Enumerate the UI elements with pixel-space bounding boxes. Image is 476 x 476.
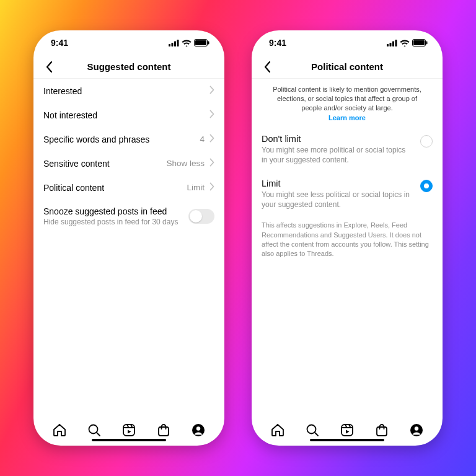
- chevron-left-icon: [45, 61, 53, 73]
- svg-rect-6: [208, 42, 209, 45]
- header: Political content: [252, 55, 443, 79]
- chevron-left-icon: [263, 61, 271, 73]
- footnote-text: This affects suggestions in Explore, Ree…: [252, 217, 443, 263]
- tab-reels[interactable]: [121, 422, 137, 438]
- search-icon: [305, 423, 320, 438]
- back-button[interactable]: [258, 58, 276, 76]
- wifi-icon: [182, 40, 192, 46]
- svg-rect-12: [387, 44, 389, 46]
- tab-profile[interactable]: [190, 422, 206, 438]
- battery-icon: [194, 39, 209, 46]
- row-value: 4: [200, 134, 205, 144]
- reels-icon: [340, 423, 355, 438]
- wifi-icon: [400, 40, 410, 46]
- page-title: Suggested content: [87, 61, 170, 72]
- option-dont-limit[interactable]: Don't limit You might see more political…: [252, 128, 443, 172]
- svg-point-11: [196, 426, 200, 430]
- tab-shop[interactable]: [374, 422, 390, 438]
- option-desc: You might see less political or social t…: [262, 190, 413, 209]
- tab-reels[interactable]: [339, 422, 355, 438]
- status-bar: 9:41: [33, 30, 224, 55]
- svg-rect-0: [169, 44, 170, 46]
- row-label: Interested: [43, 86, 82, 96]
- home-icon: [52, 423, 67, 438]
- profile-icon: [409, 423, 424, 438]
- tab-search[interactable]: [86, 422, 102, 438]
- learn-more-link[interactable]: Learn more: [252, 114, 443, 128]
- svg-rect-1: [172, 43, 174, 46]
- svg-rect-17: [413, 40, 425, 45]
- home-indicator[interactable]: [310, 439, 384, 441]
- row-label: Sensitive content: [43, 159, 110, 169]
- svg-rect-13: [390, 43, 392, 46]
- radio-unselected[interactable]: [420, 135, 433, 148]
- svg-rect-20: [342, 425, 353, 436]
- svg-rect-15: [395, 40, 397, 46]
- svg-rect-14: [392, 41, 394, 46]
- chevron-right-icon: [209, 158, 214, 169]
- tab-search[interactable]: [304, 422, 320, 438]
- svg-rect-3: [177, 40, 179, 46]
- reels-icon: [121, 423, 136, 438]
- political-settings: Political content is likely to mention g…: [252, 79, 443, 415]
- status-time: 9:41: [51, 38, 68, 48]
- phone-political-content: 9:41 Political content Political content…: [252, 30, 443, 446]
- option-desc: You might see more political or social t…: [262, 145, 413, 165]
- row-political-content[interactable]: Political content Limit: [33, 175, 224, 200]
- row-label: Snooze suggested posts in feed: [43, 206, 178, 216]
- status-indicators: [169, 39, 209, 46]
- phone-suggested-content: 9:41 Suggested content Interested Not: [33, 30, 224, 446]
- tab-shop[interactable]: [156, 422, 172, 438]
- page-title: Political content: [311, 61, 383, 72]
- row-value: Show less: [166, 159, 205, 168]
- status-time: 9:41: [269, 38, 286, 48]
- radio-selected[interactable]: [420, 180, 433, 192]
- tab-home[interactable]: [51, 422, 68, 438]
- row-interested[interactable]: Interested: [33, 79, 224, 103]
- shop-icon: [374, 423, 389, 438]
- option-title: Limit: [262, 178, 413, 188]
- description-text: Political content is likely to mention g…: [252, 79, 443, 114]
- status-indicators: [387, 39, 428, 46]
- chevron-right-icon: [209, 134, 214, 144]
- svg-rect-9: [159, 427, 169, 436]
- snooze-toggle[interactable]: [188, 209, 214, 224]
- home-indicator[interactable]: [92, 439, 166, 441]
- status-bar: 9:41: [252, 30, 443, 55]
- row-specific-words[interactable]: Specific words and phrases 4: [33, 127, 224, 151]
- chevron-right-icon: [209, 110, 214, 120]
- search-icon: [87, 423, 102, 438]
- option-title: Don't limit: [262, 134, 413, 144]
- row-label: Specific words and phrases: [43, 134, 149, 144]
- svg-rect-18: [426, 42, 428, 45]
- header: Suggested content: [33, 55, 224, 79]
- chevron-right-icon: [209, 182, 214, 193]
- back-button[interactable]: [40, 58, 58, 76]
- svg-point-23: [415, 426, 418, 430]
- home-icon: [270, 423, 285, 438]
- cellular-icon: [169, 40, 179, 46]
- shop-icon: [156, 423, 171, 438]
- row-value: Limit: [187, 183, 205, 192]
- row-not-interested[interactable]: Not interested: [33, 103, 224, 127]
- profile-icon: [191, 423, 206, 438]
- cellular-icon: [387, 40, 397, 46]
- chevron-right-icon: [209, 86, 214, 96]
- row-sensitive-content[interactable]: Sensitive content Show less: [33, 151, 224, 175]
- svg-rect-5: [195, 40, 206, 45]
- svg-rect-21: [377, 427, 387, 436]
- row-sublabel: Hide suggested posts in feed for 30 days: [43, 218, 178, 226]
- option-limit[interactable]: Limit You might see less political or so…: [252, 172, 443, 217]
- svg-rect-2: [174, 41, 176, 46]
- svg-rect-8: [123, 425, 134, 436]
- row-label: Not interested: [43, 110, 97, 120]
- row-snooze-posts[interactable]: Snooze suggested posts in feed Hide sugg…: [33, 200, 224, 233]
- battery-icon: [412, 39, 428, 46]
- settings-list: Interested Not interested Specific words…: [33, 79, 224, 415]
- tab-home[interactable]: [270, 422, 286, 438]
- row-label: Political content: [43, 183, 104, 193]
- tab-profile[interactable]: [408, 422, 425, 438]
